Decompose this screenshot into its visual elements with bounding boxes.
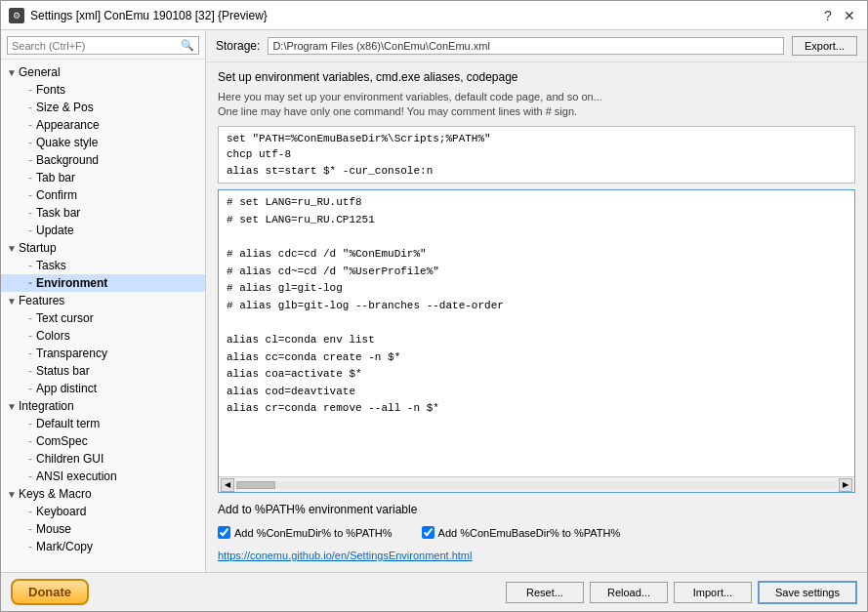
dash: - bbox=[28, 364, 32, 378]
section-keys-macro-label: Keys & Macro bbox=[19, 487, 92, 501]
sidebar-item-appearance[interactable]: -Appearance bbox=[1, 116, 205, 134]
sidebar-item-children-gui[interactable]: -Children GUI bbox=[1, 450, 205, 468]
checkbox-row: Add %ConEmuDir% to %PATH% Add %ConEmuBas… bbox=[218, 524, 855, 541]
sidebar-item-confirm[interactable]: -Confirm bbox=[1, 186, 205, 204]
editor-content[interactable]: # set LANG=ru_RU.utf8 # set LANG=ru_RU.C… bbox=[219, 190, 854, 476]
sidebar-item-colors[interactable]: -Colors bbox=[1, 327, 205, 345]
path-var-label: Add to %PATH% environment variable bbox=[218, 503, 417, 516]
help-button[interactable]: ? bbox=[818, 6, 838, 25]
section-general-label: General bbox=[19, 65, 61, 79]
dash: - bbox=[28, 311, 32, 325]
group-keys-macro: ▼ Keys & Macro -Keyboard -Mouse -Mark/Co… bbox=[1, 485, 205, 555]
path-var-bar: Add to %PATH% environment variable bbox=[218, 499, 855, 518]
checkbox-conemu-base-dir[interactable] bbox=[422, 526, 434, 539]
reset-button[interactable]: Reset... bbox=[506, 582, 584, 603]
search-icon: 🔍 bbox=[181, 39, 194, 52]
code-line-3: alias st=start $* -cur_console:n bbox=[227, 163, 847, 180]
scroll-left-button[interactable]: ◀ bbox=[221, 478, 234, 492]
dash: - bbox=[28, 505, 32, 518]
group-startup: ▼ Startup -Tasks -Environment bbox=[1, 239, 205, 292]
checkbox-label-2: Add %ConEmuBaseDir% to %PATH% bbox=[438, 527, 621, 539]
reload-button[interactable]: Reload... bbox=[590, 582, 668, 603]
section-keys-macro[interactable]: ▼ Keys & Macro bbox=[1, 485, 205, 503]
section-title: Set up environment variables, cmd.exe al… bbox=[218, 70, 855, 84]
sidebar-item-tasks[interactable]: -Tasks bbox=[1, 257, 205, 274]
checkbox-item-1[interactable]: Add %ConEmuDir% to %PATH% bbox=[218, 526, 393, 539]
section-features[interactable]: ▼ Features bbox=[1, 292, 205, 309]
editor-area[interactable]: # set LANG=ru_RU.utf8 # set LANG=ru_RU.C… bbox=[218, 189, 855, 493]
hint-text: Here you may set up your environment var… bbox=[218, 90, 855, 120]
dash: - bbox=[28, 171, 32, 184]
dash: - bbox=[28, 469, 32, 483]
window-controls: ? ✕ bbox=[818, 6, 859, 25]
window-title: Settings [xml] ConEmu 190108 [32] {Previ… bbox=[30, 9, 812, 22]
horizontal-scrollbar[interactable]: ◀ ▶ bbox=[219, 476, 854, 492]
section-body: Set up environment variables, cmd.exe al… bbox=[206, 62, 867, 572]
storage-label: Storage: bbox=[216, 39, 260, 53]
sidebar-item-tab-bar[interactable]: -Tab bar bbox=[1, 169, 205, 186]
sidebar-item-app-distinct[interactable]: -App distinct bbox=[1, 380, 205, 397]
checkbox-conemu-dir[interactable] bbox=[218, 526, 230, 539]
donate-button[interactable]: Donate bbox=[11, 579, 89, 605]
dash: - bbox=[28, 276, 32, 290]
dash: - bbox=[28, 206, 32, 220]
dash: - bbox=[28, 188, 32, 202]
sidebar-item-default-term[interactable]: -Default term bbox=[1, 415, 205, 432]
export-button[interactable]: Export... bbox=[792, 36, 857, 56]
dash: - bbox=[28, 136, 32, 149]
search-wrapper[interactable]: 🔍 bbox=[7, 36, 199, 55]
sidebar-item-background[interactable]: -Background bbox=[1, 151, 205, 169]
dash: - bbox=[28, 101, 32, 114]
main-content: 🔍 ▼ General -Fonts -Size & Pos -Appearan… bbox=[1, 30, 867, 572]
section-integration[interactable]: ▼ Integration bbox=[1, 397, 205, 415]
sidebar-item-text-cursor[interactable]: -Text cursor bbox=[1, 309, 205, 327]
sidebar-item-update[interactable]: -Update bbox=[1, 222, 205, 239]
search-box: 🔍 bbox=[1, 30, 205, 60]
section-general[interactable]: ▼ General bbox=[1, 63, 205, 81]
sidebar-item-size-pos[interactable]: -Size & Pos bbox=[1, 99, 205, 116]
help-link[interactable]: https://conemu.github.io/en/SettingsEnvi… bbox=[218, 550, 472, 561]
scroll-right-button[interactable]: ▶ bbox=[839, 478, 852, 492]
arrow-startup: ▼ bbox=[7, 243, 19, 254]
section-features-label: Features bbox=[19, 294, 64, 307]
sidebar: 🔍 ▼ General -Fonts -Size & Pos -Appearan… bbox=[1, 30, 206, 572]
checkbox-label-1: Add %ConEmuDir% to %PATH% bbox=[234, 527, 393, 539]
dash: - bbox=[28, 83, 32, 97]
arrow-general: ▼ bbox=[7, 67, 19, 78]
import-button[interactable]: Import... bbox=[674, 582, 752, 603]
dash: - bbox=[28, 153, 32, 167]
sidebar-item-transparency[interactable]: -Transparency bbox=[1, 345, 205, 362]
sidebar-item-status-bar[interactable]: -Status bar bbox=[1, 362, 205, 380]
sidebar-item-fonts[interactable]: -Fonts bbox=[1, 81, 205, 99]
scroll-thumb[interactable] bbox=[236, 481, 275, 489]
dash: - bbox=[28, 329, 32, 343]
dash: - bbox=[28, 259, 32, 272]
dash: - bbox=[28, 522, 32, 536]
dash: - bbox=[28, 540, 32, 553]
sidebar-item-environment[interactable]: -Environment bbox=[1, 274, 205, 292]
sidebar-item-mark-copy[interactable]: -Mark/Copy bbox=[1, 538, 205, 555]
storage-bar: Storage: Export... bbox=[206, 30, 867, 62]
title-bar: ⚙ Settings [xml] ConEmu 190108 [32] {Pre… bbox=[1, 1, 867, 30]
storage-path[interactable] bbox=[268, 37, 784, 55]
section-startup[interactable]: ▼ Startup bbox=[1, 239, 205, 257]
sidebar-item-mouse[interactable]: -Mouse bbox=[1, 520, 205, 538]
sidebar-item-quake-style[interactable]: -Quake style bbox=[1, 134, 205, 151]
checkbox-item-2[interactable]: Add %ConEmuBaseDir% to %PATH% bbox=[422, 526, 621, 539]
code-example: set "PATH=%ConEmuBaseDir%\Scripts;%PATH%… bbox=[218, 126, 855, 184]
settings-tree: ▼ General -Fonts -Size & Pos -Appearance… bbox=[1, 60, 205, 572]
save-button[interactable]: Save settings bbox=[758, 581, 857, 604]
sidebar-item-keyboard[interactable]: -Keyboard bbox=[1, 503, 205, 520]
content-area: Storage: Export... Set up environment va… bbox=[206, 30, 867, 572]
sidebar-item-task-bar[interactable]: -Task bar bbox=[1, 204, 205, 222]
scroll-track[interactable] bbox=[236, 481, 837, 489]
sidebar-item-comspec[interactable]: -ComSpec bbox=[1, 432, 205, 450]
group-integration: ▼ Integration -Default term -ComSpec -Ch… bbox=[1, 397, 205, 485]
sidebar-item-ansi-execution[interactable]: -ANSI execution bbox=[1, 468, 205, 485]
close-button[interactable]: ✕ bbox=[840, 6, 859, 25]
bottom-bar: Donate Reset... Reload... Import... Save… bbox=[1, 572, 867, 611]
search-input[interactable] bbox=[12, 40, 181, 52]
main-window: ⚙ Settings [xml] ConEmu 190108 [32] {Pre… bbox=[0, 0, 868, 612]
hint-line1: Here you may set up your environment var… bbox=[218, 90, 855, 104]
hint-line2: One line may have only one command! You … bbox=[218, 104, 855, 119]
